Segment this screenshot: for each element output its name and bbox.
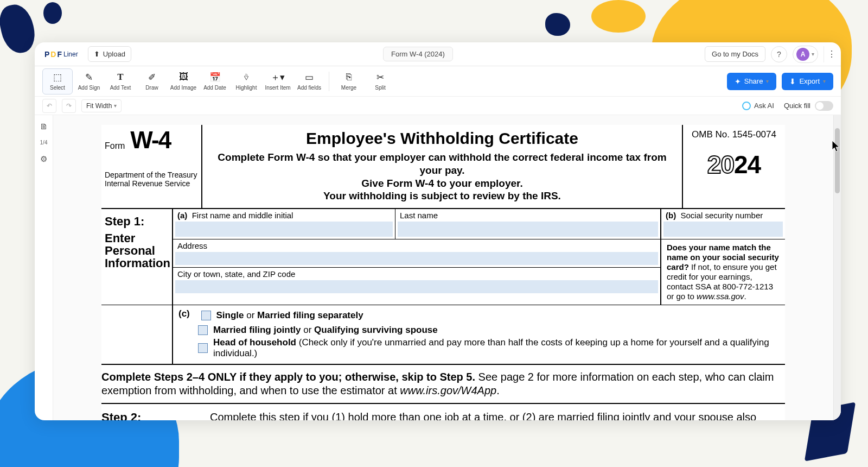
avatar: A xyxy=(796,48,809,61)
draw-icon: ✐ xyxy=(148,72,156,83)
scrollbar-thumb[interactable] xyxy=(835,128,840,193)
ssn-column: (b) Social security number Does your nam… xyxy=(660,209,785,305)
more-menu-button[interactable]: ⋮ xyxy=(824,46,834,62)
last-name-input[interactable] xyxy=(398,222,658,237)
separator xyxy=(329,72,329,91)
zoom-select[interactable]: Fit Width▾ xyxy=(81,99,122,112)
tool-add-text[interactable]: TAdd Text xyxy=(105,68,136,94)
vertical-scrollbar[interactable] xyxy=(833,115,841,420)
document-title[interactable]: Form W-4 (2024) xyxy=(383,47,453,61)
first-name-input[interactable] xyxy=(175,222,393,237)
header-bar: PDFLiner ⬆ Upload Form W-4 (2024) Go to … xyxy=(35,42,841,66)
dept-line1: Department of the Treasury xyxy=(105,171,198,180)
decor-navy-dot xyxy=(43,2,62,24)
merge-icon: ⎘ xyxy=(346,72,352,83)
select-icon: ⬚ xyxy=(53,72,62,83)
sub-toolbar: ↶ ↷ Fit Width▾ Ask AI Quick fill xyxy=(35,97,841,115)
toolbar: ⬚Select ✎Add Sign TAdd Text ✐Draw 🖼Add I… xyxy=(35,66,841,97)
share-button[interactable]: ✦Share▾ xyxy=(727,73,777,90)
ai-icon xyxy=(742,102,751,110)
page-indicator: 1/4 xyxy=(40,140,48,146)
settings-icon[interactable]: ⚙ xyxy=(40,154,47,164)
tool-add-date[interactable]: 📅Add Date xyxy=(200,68,230,94)
form-title: Employee's Withholding Certificate xyxy=(211,129,673,148)
chevron-down-icon: ▾ xyxy=(812,51,814,57)
tool-split[interactable]: ✂Split xyxy=(365,68,395,94)
address-cell: Address xyxy=(173,239,660,268)
split-icon: ✂ xyxy=(376,72,384,83)
form-code: W-4 xyxy=(130,129,170,151)
document-canvas[interactable]: Form W-4 Department of the Treasury Inte… xyxy=(53,115,833,420)
form-sub2: Give Form W-4 to your employer. xyxy=(211,177,673,190)
tool-draw[interactable]: ✐Draw xyxy=(137,68,167,94)
form-sub3: Your withholding is subject to review by… xyxy=(211,190,673,203)
name-row: (a) First name and middle initial Last n… xyxy=(173,209,660,239)
tool-select[interactable]: ⬚Select xyxy=(42,68,73,94)
step1-fields: (a) First name and middle initial Last n… xyxy=(172,209,785,305)
ssn-question: Does your name match the name on your so… xyxy=(661,239,785,305)
address-input[interactable] xyxy=(175,252,658,265)
export-button[interactable]: ⬇Export▾ xyxy=(782,73,833,90)
step2-num: Step 2: xyxy=(101,411,210,420)
logo[interactable]: PDFLiner xyxy=(41,50,81,59)
tool-add-image[interactable]: 🖼Add Image xyxy=(168,68,199,94)
sign-icon: ✎ xyxy=(85,72,93,83)
step1-num: Step 1: xyxy=(105,214,169,229)
subbar-right: Ask AI Quick fill xyxy=(742,101,833,111)
tool-insert-item[interactable]: ＋▾Insert Item xyxy=(263,68,293,94)
form-id-block: Form W-4 Department of the Treasury Inte… xyxy=(101,125,202,208)
city-input[interactable] xyxy=(175,280,658,293)
form-title-block: Employee's Withholding Certificate Compl… xyxy=(202,125,682,208)
tool-merge[interactable]: ⎘Merge xyxy=(334,68,364,94)
last-name-cell: Last name xyxy=(395,209,660,239)
step1-row: Step 1: Enter Personal Information (a) F… xyxy=(101,209,785,305)
form-sub1: Complete Form W-4 so that your employer … xyxy=(211,151,673,177)
upload-label: Upload xyxy=(103,50,125,58)
checkbox-single[interactable] xyxy=(201,311,211,320)
step1-text: Enter Personal Information xyxy=(105,232,169,269)
form-meta-block: OMB No. 1545-0074 2024 xyxy=(682,125,785,208)
undo-button[interactable]: ↶ xyxy=(42,99,56,113)
city-cell: City or town, state, and ZIP code xyxy=(173,268,660,293)
fields-icon: ▭ xyxy=(305,72,314,83)
help-button[interactable]: ? xyxy=(771,46,787,62)
ssn-cell: (b) Social security number xyxy=(661,209,785,239)
step2-label: Step 2: Multiple Jobs or Spouse xyxy=(101,411,210,420)
tool-group-page: ⎘Merge ✂Split xyxy=(334,68,395,94)
text-icon: T xyxy=(117,72,123,83)
form-header: Form W-4 Department of the Treasury Inte… xyxy=(101,125,785,209)
pages-icon[interactable]: 🗎 xyxy=(40,122,48,131)
account-menu[interactable]: A ▾ xyxy=(793,46,818,63)
decor-navy-mid xyxy=(545,13,570,36)
skip-notice: Complete Steps 2–4 ONLY if they apply to… xyxy=(101,365,785,404)
filing-status-row: (c) Single or Married filing separately … xyxy=(101,305,785,365)
decor-navy-topleft xyxy=(0,2,39,56)
filing-status-fields: (c) Single or Married filing separately … xyxy=(172,305,785,364)
header-right: Go to my Docs ? A ▾ ⋮ xyxy=(705,46,834,63)
upload-button[interactable]: ⬆ Upload xyxy=(88,46,131,62)
omb-number: OMB No. 1545-0074 xyxy=(688,129,780,140)
image-icon: 🖼 xyxy=(179,72,188,83)
go-to-docs-button[interactable]: Go to my Docs xyxy=(705,46,765,62)
step1-label: Step 1: Enter Personal Information xyxy=(101,209,172,305)
quick-fill-toggle: Quick fill xyxy=(784,101,833,111)
tool-add-fields[interactable]: ▭Add fields xyxy=(294,68,324,94)
export-icon: ⬇ xyxy=(789,77,796,86)
decor-yellow-tail xyxy=(591,0,646,33)
tool-highlight[interactable]: ⎀Highlight xyxy=(231,68,261,94)
tool-group-edit: ⬚Select ✎Add Sign TAdd Text ✐Draw 🖼Add I… xyxy=(42,68,324,94)
app-window: PDFLiner ⬆ Upload Form W-4 (2024) Go to … xyxy=(35,42,841,420)
checkbox-married-jointly[interactable] xyxy=(198,325,208,335)
ask-ai-button[interactable]: Ask AI xyxy=(742,102,774,110)
redo-button[interactable]: ↷ xyxy=(62,99,76,113)
date-icon: 📅 xyxy=(209,72,221,83)
checkbox-head-household[interactable] xyxy=(198,343,208,353)
toolbar-right: ✦Share▾ ⬇Export▾ xyxy=(727,73,833,90)
c-row: (c) Single or Married filing separately … xyxy=(173,305,785,364)
ssn-input[interactable] xyxy=(663,222,783,237)
tool-add-sign[interactable]: ✎Add Sign xyxy=(74,68,104,94)
chevron-down-icon: ▾ xyxy=(114,103,117,109)
toggle-switch[interactable] xyxy=(815,101,833,111)
share-icon: ✦ xyxy=(735,77,741,86)
form-page: Form W-4 Department of the Treasury Inte… xyxy=(101,125,785,420)
